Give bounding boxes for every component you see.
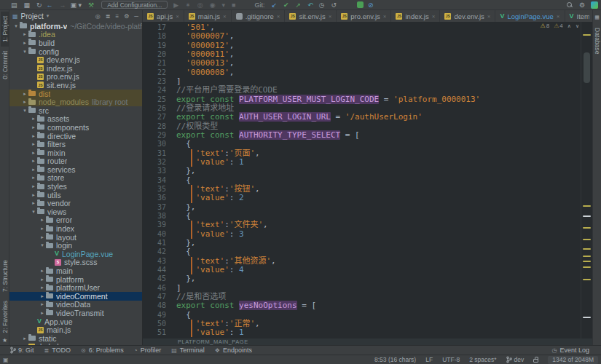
sync-icon[interactable]: ↻: [36, 0, 42, 10]
tree-item-error[interactable]: ▸error: [9, 216, 142, 225]
tree-chevron-icon[interactable]: ▾: [39, 242, 46, 248]
tree-chevron-icon[interactable]: ▸: [30, 150, 37, 156]
chevron-down-icon[interactable]: ▾: [47, 13, 50, 19]
tree-item-static[interactable]: ▸static: [9, 334, 142, 343]
bottom-tab-9-git[interactable]: 9: Git: [10, 347, 34, 354]
line-ending[interactable]: LF: [425, 356, 433, 363]
back-icon[interactable]: ←: [47, 0, 53, 10]
stop-icon[interactable]: ■: [232, 0, 235, 10]
close-icon[interactable]: ×: [383, 13, 387, 20]
tree-item-views[interactable]: ▾views: [9, 207, 142, 216]
git-rollback-icon[interactable]: ↶: [307, 0, 313, 10]
run-dropdown-icon[interactable]: ▾: [222, 0, 226, 10]
close-icon[interactable]: ×: [176, 13, 179, 20]
add-configuration-button[interactable]: Add Configuration...: [101, 1, 168, 9]
event-log-button[interactable]: ◷Event Log: [551, 347, 589, 354]
readonly-lock[interactable]: [533, 357, 538, 363]
tree-chevron-icon[interactable]: ▸: [30, 141, 37, 147]
tree-item-assets[interactable]: ▸assets: [9, 115, 142, 124]
tree-item-sit-env-js[interactable]: JSsit.env.js: [9, 81, 142, 90]
tree-chevron-icon[interactable]: ▸: [30, 124, 37, 130]
profile-icon[interactable]: ◉: [210, 0, 216, 10]
tree-item-pro-env-js[interactable]: JSpro.env.js: [9, 73, 142, 82]
tree-chevron-icon[interactable]: ▸: [39, 301, 46, 307]
tree-chevron-icon[interactable]: ▸: [39, 226, 46, 232]
tree-item-build[interactable]: ▸build: [9, 39, 142, 47]
pin-icon[interactable]: ⊘: [368, 0, 374, 10]
bottom-tab-profiler[interactable]: ◔Profiler: [134, 347, 161, 354]
tree-item-layout[interactable]: ▸layout: [9, 233, 142, 242]
tree-chevron-icon[interactable]: ▸: [21, 31, 28, 37]
tree-item-videocomment[interactable]: ▸videoComment: [9, 292, 142, 301]
encoding[interactable]: UTF-8: [442, 356, 460, 363]
tree-chevron-icon[interactable]: ▸: [21, 91, 28, 97]
save-all-icon[interactable]: ▦: [24, 0, 31, 10]
undo-icon[interactable]: ↺: [331, 0, 337, 10]
tree-item-node-modules[interactable]: ▸node_moduleslibrary root: [9, 98, 142, 106]
tree-chevron-icon[interactable]: ▸: [21, 99, 28, 105]
tree-chevron-icon[interactable]: ▸: [21, 40, 28, 46]
tree-chevron-icon[interactable]: ▸: [30, 158, 37, 164]
select-opened-file-icon[interactable]: ◎: [95, 13, 101, 20]
tree-item-styles[interactable]: ▸styles: [9, 182, 142, 191]
tree-item-utils[interactable]: ▸utils: [9, 191, 142, 199]
editor-tab-main-js[interactable]: JSmain.js×: [184, 10, 232, 22]
tree-chevron-icon[interactable]: ▸: [39, 277, 46, 282]
tree-item-mixin[interactable]: ▸mixin: [9, 149, 142, 157]
editor-tab-api-js[interactable]: JSapi.js×: [143, 10, 184, 22]
bottom-tab-todo[interactable]: ≣TODO: [44, 347, 71, 354]
run-config-icon[interactable]: ▣ ▾: [71, 0, 82, 10]
tree-item-index-js[interactable]: JSindex.js: [9, 64, 142, 73]
tree-chevron-icon[interactable]: ▸: [30, 167, 37, 173]
tree-item-dev-env-js[interactable]: JSdev.env.js: [9, 55, 142, 64]
tree-item-platform-vue-web[interactable]: ▾platform-vue-web~/GitCode/video-platf: [9, 22, 142, 31]
bottom-tab-terminal[interactable]: ▤Terminal: [171, 347, 205, 354]
tree-chevron-icon[interactable]: ▸: [39, 268, 46, 274]
tree-chevron-icon[interactable]: ▸: [30, 116, 37, 122]
tree-chevron-icon[interactable]: ▾: [21, 49, 28, 55]
hide-panel-icon[interactable]: ─: [134, 13, 138, 20]
tree-item-style-scss[interactable]: Sstyle.scss: [9, 258, 142, 267]
tree-chevron-icon[interactable]: ▸: [21, 336, 28, 341]
tree-item-main[interactable]: ▸main: [9, 266, 142, 275]
close-icon[interactable]: ×: [432, 13, 436, 20]
tree-item-vendor[interactable]: ▸vendor: [9, 199, 142, 207]
tree-item-dist[interactable]: ▸dist: [9, 90, 142, 98]
tree-item-services[interactable]: ▸services: [9, 165, 142, 174]
tool-strip-structure[interactable]: 7: Structure: [1, 256, 9, 296]
git-branch[interactable]: dev: [506, 356, 525, 363]
editor-tab-sit-env-js[interactable]: JSsit.env.js×: [285, 10, 337, 22]
editor-tab--gitignore[interactable]: .gitignore×: [232, 10, 286, 22]
editor-tab-dev-env-js[interactable]: JSdev.env.js×: [440, 10, 495, 22]
editor-scrollbar[interactable]: [581, 22, 592, 339]
tree-chevron-icon[interactable]: ▾: [12, 23, 20, 29]
tree-chevron-icon[interactable]: ▾: [30, 209, 37, 215]
memory-indicator[interactable]: 1342 of 2048M: [548, 356, 598, 364]
tree-item-login[interactable]: ▾login: [9, 241, 142, 250]
git-push-icon[interactable]: ↗: [296, 0, 302, 10]
tool-strip-commit[interactable]: 0: Commit: [1, 47, 9, 84]
tree-chevron-icon[interactable]: ▸: [30, 192, 37, 198]
editor-tab-itemlist-vue[interactable]: VItemList.vue×: [565, 10, 590, 22]
tool-strip-project[interactable]: 1: Project: [1, 12, 9, 47]
tree-chevron-icon[interactable]: ▸: [39, 310, 46, 316]
tree-item-platformuser[interactable]: ▸platformUser: [9, 283, 142, 292]
search-everywhere-icon[interactable]: [567, 2, 573, 9]
tree-item--idea[interactable]: ▸.idea: [9, 31, 142, 39]
tree-item-index[interactable]: ▸index: [9, 224, 142, 233]
build-hammer-icon[interactable]: ⚒: [88, 0, 94, 10]
tree-item-filters[interactable]: ▸filters: [9, 140, 142, 149]
local-history-icon[interactable]: ◷: [319, 0, 325, 10]
tree-chevron-icon[interactable]: ▸: [30, 200, 37, 206]
collapse-all-icon[interactable]: ≡: [115, 13, 119, 20]
tree-item-videotransmit[interactable]: ▸videoTransmit: [9, 309, 142, 317]
tool-strip-database[interactable]: Database: [594, 28, 601, 54]
expand-all-icon[interactable]: ≣: [106, 13, 111, 20]
tree-chevron-icon[interactable]: ▸: [30, 175, 37, 181]
tree-chevron-icon[interactable]: ▸: [30, 183, 37, 189]
tree-chevron-icon[interactable]: ▾: [21, 108, 28, 114]
tree-item-platform[interactable]: ▸platform: [9, 275, 142, 284]
tree-item-loginpage-vue[interactable]: VLoginPage.vue: [9, 250, 142, 258]
tree-item-main-js[interactable]: JSmain.js: [9, 325, 142, 334]
close-icon[interactable]: ×: [329, 13, 332, 20]
